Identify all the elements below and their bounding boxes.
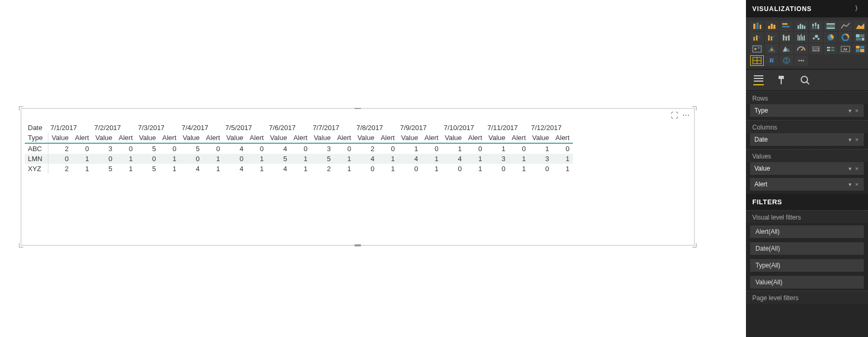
viz-type-icon[interactable] [853,44,867,54]
sub-header-value[interactable]: Value [486,133,509,143]
column-header-date[interactable]: 7/8/2017 [354,123,398,133]
sub-header-value[interactable]: Value [92,133,115,143]
column-header-date[interactable]: 7/3/2017 [136,123,179,133]
viz-type-icon[interactable] [809,32,823,43]
viz-type-icon[interactable] [839,21,852,31]
sub-header-alert[interactable]: Alert [509,133,529,143]
fields-tab-icon[interactable] [753,75,764,85]
row-header[interactable]: ABC [25,143,48,154]
sub-header-value[interactable]: Value [267,133,290,143]
sub-header-value[interactable]: Value [48,133,72,143]
viz-type-icon[interactable] [780,21,793,31]
filter-date[interactable]: Date(All) [750,242,864,255]
table-row[interactable]: XYZ215151414141210101010101 [25,164,573,174]
column-header-date[interactable]: 7/11/2017 [486,123,529,133]
column-header-date[interactable]: 7/12/2017 [529,123,573,133]
column-header-date[interactable]: 7/9/2017 [398,123,441,133]
column-header-date[interactable]: 7/4/2017 [179,123,223,133]
row-header[interactable]: XYZ [25,164,48,174]
more-options-icon[interactable]: ⋯ [682,111,690,120]
viz-type-icon[interactable] [839,32,852,43]
focus-mode-icon[interactable]: ⛶ [671,111,678,120]
row-header[interactable]: LMN [25,154,48,164]
viz-type-icon[interactable] [824,44,837,54]
viz-type-icon[interactable] [853,32,867,43]
viz-type-icon[interactable] [750,32,764,43]
resize-handle-tl[interactable] [19,106,23,111]
sub-header-alert[interactable]: Alert [290,133,311,143]
viz-type-icon[interactable] [765,44,779,54]
filter-type[interactable]: Type(All) [750,259,864,272]
sub-header-alert[interactable]: Alert [116,133,136,143]
viz-type-icon[interactable] [750,55,764,66]
sub-header-value[interactable]: Value [441,133,465,143]
filter-value[interactable]: Value(All) [750,276,864,289]
filter-alert[interactable]: Alert(All) [750,225,864,238]
sub-header-alert[interactable]: Alert [247,133,267,143]
viz-type-icon[interactable] [853,21,867,31]
sub-header-value[interactable]: Value [179,133,203,143]
field-menu-icon[interactable]: ▾ × [849,181,860,188]
viz-type-icon[interactable]: A▾ [839,44,852,54]
sub-header-value[interactable]: Value [310,133,334,143]
sub-header-alert[interactable]: Alert [552,133,573,143]
sub-header-value[interactable]: Value [223,133,246,143]
column-header-date[interactable]: 7/2/2017 [92,123,136,133]
sub-header-alert[interactable]: Alert [72,133,92,143]
column-header-date[interactable]: 7/7/2017 [310,123,354,133]
viz-type-icon[interactable] [765,21,779,31]
sub-header-alert[interactable]: Alert [159,133,180,143]
svg-rect-18 [826,25,835,27]
sub-header-alert[interactable]: Alert [334,133,355,143]
values-field-alert[interactable]: Alert ▾ × [750,178,864,191]
rows-field-type[interactable]: Type ▾ × [750,104,864,117]
viz-type-icon[interactable] [780,32,793,43]
resize-handle-bottom[interactable] [355,244,361,246]
visualizations-title: VISUALIZATIONS [752,5,812,13]
viz-type-icon[interactable] [794,21,808,31]
viz-type-icon[interactable]: R [765,55,779,66]
visualizations-header[interactable]: VISUALIZATIONS 〉 [746,0,868,17]
resize-handle-bl[interactable] [19,243,23,247]
viz-type-icon[interactable] [824,32,837,43]
viz-type-icon[interactable] [824,21,837,31]
drag-handle-top[interactable] [355,108,361,109]
viz-type-icon[interactable] [809,21,823,31]
field-menu-icon[interactable]: ▾ × [849,136,860,143]
values-field-value[interactable]: Value ▾ × [750,162,864,175]
viz-type-icon[interactable] [750,21,764,31]
column-header-date[interactable]: 7/6/2017 [267,123,310,133]
format-tab-icon[interactable] [776,75,787,85]
report-canvas[interactable]: ⛶ ⋯ Date7/1/20177/2/20177/3/20177/4/2017… [0,0,746,337]
column-header-date[interactable]: 7/10/2017 [441,123,485,133]
resize-handle-tr[interactable] [692,106,697,111]
table-row[interactable]: ABC203050504040302010101010 [25,143,573,154]
viz-type-icon[interactable] [794,44,808,54]
sub-header-value[interactable]: Value [136,133,159,143]
sub-header-alert[interactable]: Alert [203,133,224,143]
column-header-date[interactable]: 7/1/2017 [48,123,93,133]
sub-header-value[interactable]: Value [529,133,552,143]
viz-type-icon[interactable] [780,44,793,54]
filters-header[interactable]: FILTERS [746,194,868,210]
viz-type-icon[interactable] [794,55,808,66]
viz-type-icon[interactable] [765,32,779,43]
sub-header-value[interactable]: Value [398,133,421,143]
resize-handle-br[interactable] [692,243,697,247]
columns-field-date[interactable]: Date ▾ × [750,133,864,146]
field-menu-icon[interactable]: ▾ × [849,107,860,114]
viz-type-icon[interactable] [780,55,793,66]
matrix-visual[interactable]: ⛶ ⋯ Date7/1/20177/2/20177/3/20177/4/2017… [21,108,694,245]
sub-header-alert[interactable]: Alert [421,133,442,143]
column-header-date[interactable]: 7/5/2017 [223,123,267,133]
viz-type-icon[interactable]: 123 [809,44,823,54]
field-menu-icon[interactable]: ▾ × [849,165,860,172]
table-row[interactable]: LMN010101010151514141413131 [25,154,573,164]
viz-type-icon[interactable] [750,44,764,54]
analytics-tab-icon[interactable] [800,75,810,85]
sub-header-value[interactable]: Value [354,133,377,143]
sub-header-alert[interactable]: Alert [378,133,398,143]
sub-header-alert[interactable]: Alert [465,133,486,143]
collapse-icon[interactable]: 〉 [855,4,862,13]
viz-type-icon[interactable] [794,32,808,43]
